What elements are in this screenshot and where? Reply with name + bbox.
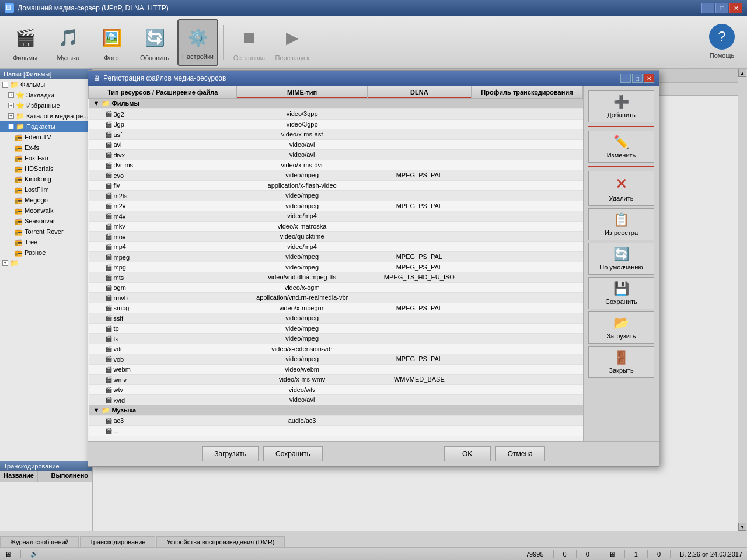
cell-profile <box>471 180 582 191</box>
file-icon: 🎬 <box>105 274 112 281</box>
delete-button[interactable]: ✕ Удалить <box>588 171 654 206</box>
cell-mime: video/mpeg <box>237 262 367 272</box>
table-row[interactable]: 🎬 tsvideo/mpeg <box>89 334 583 344</box>
col-header-profile[interactable]: Профиль транскодирования <box>471 86 582 99</box>
table-row[interactable]: 🎬 m4vvideo/mp4 <box>89 211 583 222</box>
cell-mime: video/x-extension-vdr <box>237 344 367 354</box>
cell-extension: 🎬 ssif <box>89 313 237 324</box>
cell-profile <box>471 303 582 313</box>
table-row[interactable]: 🎬 ssifvideo/mpeg <box>89 313 583 324</box>
table-row[interactable]: 🎬 m2vvideo/mpegMPEG_PS_PAL <box>89 201 583 211</box>
file-icon: 🎬 <box>105 244 112 250</box>
edit-separator <box>588 166 654 167</box>
cell-profile <box>471 191 582 201</box>
table-row[interactable]: 🎬 evovideo/mpegMPEG_PS_PAL <box>89 170 583 181</box>
table-row[interactable]: 🎬 mpegvideo/mpegMPEG_PS_PAL <box>89 252 583 262</box>
cell-mime: video/avi <box>237 139 367 150</box>
col-header-mime[interactable]: MIME-тип <box>237 86 367 99</box>
cell-dlna <box>367 232 471 242</box>
cell-dlna: MPEG_TS_HD_EU_ISO <box>367 272 471 283</box>
section-collapse-icon[interactable]: ▼ <box>93 100 100 107</box>
file-icon: 🎬 <box>105 326 112 332</box>
cell-dlna <box>367 426 471 436</box>
dialog-maximize-button[interactable]: □ <box>632 74 643 83</box>
table-row[interactable]: 🎬 tpvideo/mpeg <box>89 323 583 334</box>
cell-extension: 🎬 3g2 <box>89 109 237 120</box>
cell-mime: video/webm <box>237 364 367 374</box>
col-profile-label: Профиль транскодирования <box>481 89 573 96</box>
cell-mime: video/x-ms-dvr <box>237 160 367 170</box>
load-button[interactable]: 📂 Загрузить <box>588 312 654 344</box>
table-row[interactable]: 🎬 vobvideo/mpegMPEG_PS_PAL <box>89 354 583 365</box>
registry-button[interactable]: 📋 Из реестра <box>588 208 654 240</box>
cell-profile <box>471 232 582 242</box>
table-row[interactable]: 🎬 divxvideo/avi <box>89 150 583 160</box>
footer-save-button[interactable]: Сохранить <box>263 446 323 461</box>
file-icon: 🎬 <box>105 111 112 117</box>
table-row[interactable]: 🎬 avivideo/avi <box>89 139 583 150</box>
table-row[interactable]: 🎬 xvidvideo/avi <box>89 395 583 405</box>
cell-extension: 🎬 evo <box>89 170 237 181</box>
cell-extension: 🎬 m2ts <box>89 191 237 201</box>
default-label: По умолчанию <box>599 264 643 271</box>
cell-dlna <box>367 334 471 344</box>
table-row[interactable]: 🎬 3g2video/3gpp <box>89 109 583 120</box>
col-header-dlna[interactable]: DLNA <box>367 86 471 99</box>
cell-extension: 🎬 m2v <box>89 201 237 211</box>
section-collapse-icon[interactable]: ▼ <box>93 407 100 414</box>
cell-dlna <box>367 119 471 130</box>
table-row[interactable]: 🎬 dvr-msvideo/x-ms-dvr <box>89 160 583 170</box>
table-row[interactable]: 🎬 smpgvideo/x-mpegurlMPEG_PS_PAL <box>89 303 583 313</box>
cell-dlna <box>367 221 471 232</box>
table-section-row[interactable]: ▼📁 Музыка <box>89 405 583 415</box>
dlna-underline <box>368 97 471 98</box>
add-button[interactable]: ➕ Добавить <box>588 90 654 123</box>
footer-load-button[interactable]: Загрузить <box>202 446 259 461</box>
default-button[interactable]: 🔄 По умолчанию <box>588 243 654 275</box>
table-row[interactable]: 🎬 asfvideo/x-ms-asf <box>89 130 583 140</box>
table-row[interactable]: 🎬 wtvvideo/wtv <box>89 384 583 395</box>
cell-mime: audio/ac3 <box>237 415 367 426</box>
table-row[interactable]: 🎬 3gpvideo/3gpp <box>89 119 583 130</box>
footer-cancel-button[interactable]: Отмена <box>495 446 545 461</box>
table-section-row[interactable]: ▼📁 Фильмы <box>89 99 583 109</box>
dialog-overlay: 🖥 Регистрация файлов медиа-ресурсов — □ … <box>0 0 747 560</box>
cell-mime: video/3gpp <box>237 109 367 120</box>
cell-extension: 🎬 ac3 <box>89 415 237 426</box>
table-row[interactable]: 🎬 webmvideo/webm <box>89 364 583 374</box>
table-row[interactable]: 🎬 ogmvideo/x-ogm <box>89 282 583 293</box>
table-row[interactable]: 🎬 mkvvideo/x-matroska <box>89 221 583 232</box>
file-icon: 🎬 <box>105 264 112 271</box>
table-container[interactable]: Тип ресурсов / Расширение файла MIME-тип… <box>88 86 583 441</box>
table-row[interactable]: 🎬 mpgvideo/mpegMPEG_PS_PAL <box>89 262 583 272</box>
footer-ok-button[interactable]: OK <box>444 446 491 461</box>
table-row[interactable]: 🎬 movvideo/quicktime <box>89 232 583 242</box>
file-icon: 🎬 <box>105 162 112 169</box>
cell-dlna <box>367 242 471 252</box>
table-row[interactable]: 🎬 m2tsvideo/mpeg <box>89 191 583 201</box>
media-table: Тип ресурсов / Расширение файла MIME-тип… <box>88 86 583 436</box>
dialog-minimize-button[interactable]: — <box>620 74 631 83</box>
cell-dlna <box>367 344 471 354</box>
close-button[interactable]: 🚪 Закрыть <box>588 346 654 378</box>
cell-extension: 🎬 smpg <box>89 303 237 313</box>
cell-dlna <box>367 384 471 395</box>
table-row[interactable]: 🎬 mp4video/mp4 <box>89 242 583 252</box>
table-row[interactable]: 🎬 vdrvideo/x-extension-vdr <box>89 344 583 354</box>
table-row[interactable]: 🎬 ... <box>89 426 583 436</box>
edit-button[interactable]: ✏️ Изменить <box>588 131 654 163</box>
table-row[interactable]: 🎬 ac3audio/ac3 <box>89 415 583 426</box>
table-row[interactable]: 🎬 wmvvideo/x-ms-wmvWMVMED_BASE <box>89 374 583 385</box>
table-row[interactable]: 🎬 flvapplication/x-flash-video <box>89 180 583 191</box>
col-header-type[interactable]: Тип ресурсов / Расширение файла <box>89 86 237 99</box>
dialog-close-button[interactable]: ✕ <box>644 74 654 83</box>
save-icon: 💾 <box>613 281 629 296</box>
cell-profile <box>471 221 582 232</box>
table-row[interactable]: 🎬 rmvbapplication/vnd.rn-realmedia-vbr <box>89 293 583 303</box>
save-button[interactable]: 💾 Сохранить <box>588 277 654 309</box>
file-icon: 🎬 <box>105 418 112 424</box>
cell-dlna <box>367 282 471 293</box>
table-row[interactable]: 🎬 mtsvideo/vnd.dlna.mpeg-ttsMPEG_TS_HD_E… <box>89 272 583 283</box>
cell-dlna <box>367 180 471 191</box>
file-icon: 🎬 <box>105 376 112 383</box>
